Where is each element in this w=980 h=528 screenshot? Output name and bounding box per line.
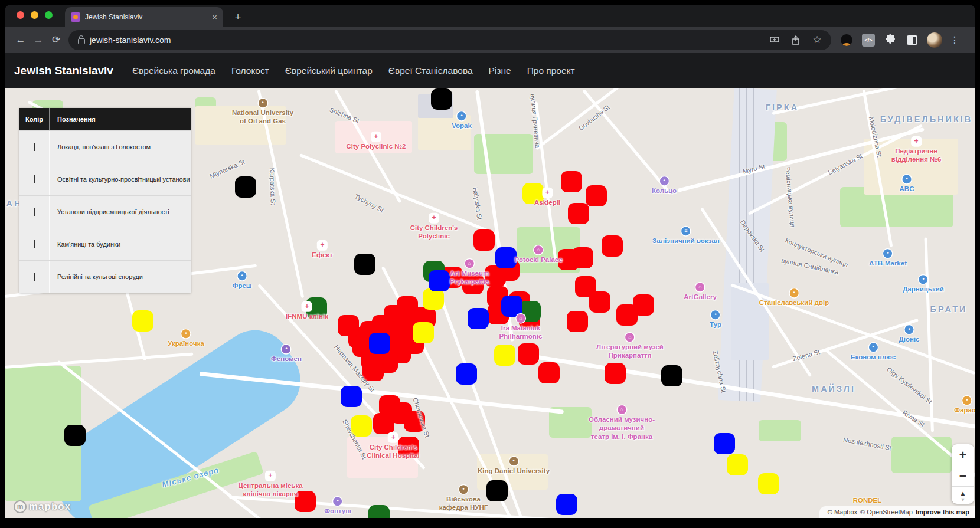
map-marker-red[interactable] (338, 315, 359, 336)
map-label: БРАТИ (930, 304, 968, 314)
code-extension-icon[interactable]: </> (861, 33, 876, 47)
map-marker-red[interactable] (398, 437, 419, 458)
rail-poi-icon: ≡ (681, 227, 690, 235)
map-label: Tychyny St (353, 192, 385, 214)
map-marker-red[interactable] (473, 229, 495, 251)
legend-swatch (34, 240, 35, 248)
zoom-window-button[interactable] (45, 11, 53, 19)
campus-zone (418, 115, 471, 150)
map-label: Ремісницька вулиця (783, 166, 797, 227)
tab-strip: Jewish Stanislaviv × + (5, 5, 975, 27)
map-marker-blue[interactable] (501, 296, 522, 317)
map-legend: Колір Позначення Локації, пов'язані з Го… (19, 108, 191, 293)
map-marker-red[interactable] (589, 291, 610, 313)
nav-item-4[interactable]: Євреї Станіславова (388, 65, 473, 76)
map-marker-red[interactable] (404, 411, 425, 432)
map-marker-yellow[interactable] (727, 454, 748, 475)
nav-item-1[interactable]: Єврейська громада (132, 65, 215, 76)
map-label: +Ефект (312, 241, 332, 259)
map-marker-yellow[interactable] (494, 345, 515, 366)
map-marker-blue[interactable] (495, 247, 517, 268)
browser-window: Jewish Stanislaviv × + ← → ⟳ jewish-stan… (5, 5, 975, 518)
legend-col-color: Колір (19, 116, 49, 123)
map-marker-red[interactable] (568, 203, 589, 224)
save-page-icon[interactable] (767, 33, 782, 47)
nav-item-5[interactable]: Різне (489, 65, 511, 76)
map-marker-yellow[interactable] (522, 183, 544, 204)
map-marker-blue[interactable] (556, 494, 577, 515)
map-marker-green[interactable] (520, 301, 541, 322)
map-marker-black[interactable] (235, 176, 256, 198)
map-marker-yellow[interactable] (758, 473, 779, 494)
site-logo[interactable]: Jewish Stanislaviv (14, 64, 113, 77)
map-label: Nezalezhnosti St (842, 436, 892, 452)
map-marker-red[interactable] (567, 311, 588, 332)
map-marker-red[interactable] (561, 171, 582, 192)
map-marker-red[interactable] (558, 249, 579, 270)
tab-close-icon[interactable]: × (212, 12, 217, 21)
legend-row: Установи підприємницької діяльності (19, 195, 191, 228)
map-label: •Україночка (168, 329, 204, 347)
map-marker-black[interactable] (661, 365, 682, 386)
chrome-menu-icon[interactable]: ⋮ (950, 34, 959, 45)
map-marker-red[interactable] (518, 343, 539, 365)
map-canvas[interactable]: Snizhna StMlynarska StKarpatska StTychyn… (5, 88, 975, 518)
map-marker-yellow[interactable] (351, 415, 372, 437)
nav-item-3[interactable]: Єврейський цвинтар (285, 65, 373, 76)
extensions-puzzle-icon[interactable] (883, 33, 897, 47)
reload-icon[interactable]: ⟳ (47, 31, 65, 49)
osm-attribution-link[interactable]: © OpenStreetMap (860, 509, 913, 516)
map-marker-yellow[interactable] (423, 288, 444, 310)
map-marker-red[interactable] (462, 273, 484, 294)
map-marker-blue[interactable] (714, 433, 735, 454)
map-marker-black[interactable] (486, 480, 508, 501)
map-label: БУДІВЕЛЬНИКІВ (880, 114, 973, 124)
new-tab-button[interactable]: + (230, 9, 246, 25)
mapbox-logo[interactable]: m mapbox (14, 500, 71, 513)
share-icon[interactable] (789, 33, 803, 47)
person-extension-icon[interactable] (839, 33, 854, 47)
back-icon[interactable]: ← (12, 31, 30, 49)
browser-tab[interactable]: Jewish Stanislaviv × (65, 7, 223, 27)
map-marker-green[interactable] (368, 505, 390, 518)
nav-item-6[interactable]: Про проект (527, 65, 575, 76)
legend-row: Локації, пов'язані з Голокостом (19, 130, 191, 163)
minimize-window-button[interactable] (31, 11, 38, 19)
improve-map-link[interactable]: Improve this map (916, 509, 969, 516)
compass-button[interactable]: ▲▼ (952, 486, 974, 504)
map-marker-red[interactable] (373, 413, 394, 434)
map-marker-red[interactable] (485, 265, 506, 287)
map-marker-red[interactable] (538, 362, 560, 383)
map-marker-black[interactable] (64, 425, 86, 446)
map-marker-blue[interactable] (456, 363, 477, 385)
map-marker-black[interactable] (431, 88, 452, 110)
hospital-zone (335, 121, 412, 153)
mapbox-attribution-link[interactable]: © Mapbox (828, 509, 857, 516)
map-marker-red[interactable] (295, 491, 316, 512)
map-marker-blue[interactable] (429, 270, 450, 291)
map-marker-red[interactable] (586, 185, 607, 206)
map-marker-red[interactable] (633, 294, 654, 316)
map-marker-black[interactable] (354, 254, 375, 275)
zoom-in-button[interactable]: + (952, 444, 974, 465)
close-window-button[interactable] (17, 11, 24, 19)
map-marker-yellow[interactable] (132, 310, 153, 332)
nav-item-2[interactable]: Голокост (231, 65, 269, 76)
map-marker-blue[interactable] (468, 308, 489, 329)
zoom-out-button[interactable]: − (952, 465, 974, 486)
side-panel-icon[interactable] (905, 33, 919, 47)
bookmark-star-icon[interactable]: ☆ (810, 33, 824, 47)
map-marker-blue[interactable] (369, 333, 390, 354)
profile-avatar[interactable] (927, 32, 942, 48)
forward-icon[interactable]: → (30, 31, 47, 49)
map-marker-blue[interactable] (341, 386, 362, 407)
map-marker-yellow[interactable] (413, 322, 434, 343)
map-label: ⌂ArtGallery (684, 283, 717, 301)
address-bar[interactable]: jewish-stanislaviv.com ☆ (68, 30, 831, 50)
url-text[interactable]: jewish-stanislaviv.com (90, 35, 760, 45)
map-marker-red[interactable] (602, 235, 623, 257)
food-poi-icon: • (181, 329, 190, 338)
shop-poi-icon: • (884, 249, 893, 258)
map-marker-green[interactable] (306, 297, 327, 319)
map-marker-red[interactable] (605, 363, 626, 384)
